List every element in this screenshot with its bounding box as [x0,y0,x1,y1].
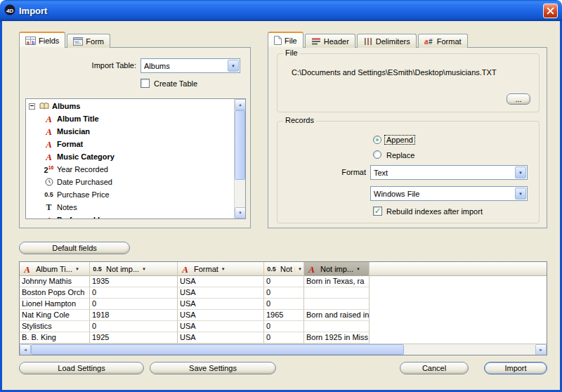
preview-row[interactable]: Boston Pops Orch0USA0 [20,287,370,299]
file-type-select[interactable]: Windows File ▼ [370,186,528,201]
window-title: Import [19,6,47,16]
alpha-field-icon: A [43,216,55,219]
load-settings-button[interactable]: Load Settings [19,362,144,374]
scrollbar-track[interactable] [235,110,245,207]
column-header[interactable]: AFormat▼ [178,262,264,276]
replace-radio[interactable] [373,150,381,159]
real-field-icon: 0.5 [43,192,55,198]
column-menu-icon[interactable]: ▼ [142,267,146,271]
append-radio[interactable] [373,136,381,144]
tree-scrollbar[interactable]: ▲ ▼ [234,99,245,218]
preview-row[interactable]: Nat King Cole1918USA1965Born and raised … [20,310,370,321]
preview-cell: 1918 [90,310,178,321]
integer-field-icon: 216 [43,165,55,174]
format-select[interactable]: Text ▼ [370,165,528,180]
tree-item-label: Format [57,140,83,148]
column-header[interactable]: 0.5Not imp...▼ [264,262,304,276]
preview-cell: Lionel Hampton [20,299,90,310]
dialog-body: ab Fields Form Import Table: Albums ▼ Cr… [0,21,562,392]
tree-item-label: Purchase Price [57,190,110,199]
preview-row[interactable]: Lionel Hampton0USA0 [20,299,370,310]
delimiters-tab-icon [363,37,373,46]
tab-file[interactable]: File [268,32,303,48]
tree-item-purchase-price[interactable]: 0.5Purchase Price [26,188,234,201]
column-menu-icon[interactable]: ▼ [75,267,79,271]
scrollbar-thumb[interactable] [235,110,245,180]
combo-arrow-icon[interactable]: ▼ [515,166,526,178]
tree-item-label: Albums [52,102,80,110]
scroll-left-icon[interactable]: ◄ [20,344,31,355]
file-group: File C:\Documents and Settings\ESmith\De… [277,53,540,112]
combo-arrow-icon[interactable]: ▼ [228,60,239,72]
preview-row[interactable]: Johnny Mathis1935USA0Born in Texas, ra [20,276,370,287]
tree-item-date-purchased[interactable]: Date Purchased [26,176,234,188]
replace-label[interactable]: Replace [386,151,414,159]
browse-button[interactable]: ... [507,93,530,105]
tree-item-year-recorded[interactable]: 216Year Recorded [26,163,234,176]
import-dialog-window: 4D Import ab Fields Form Import Table: A… [0,0,562,392]
titlebar[interactable]: 4D Import [0,0,562,21]
table-icon [38,102,50,110]
import-table-select[interactable]: Albums ▼ [140,58,240,73]
preview-hscrollbar[interactable]: ◄ ► [20,344,547,355]
preview-cell: USA [178,299,264,310]
scroll-down-icon[interactable]: ▼ [235,207,246,218]
format-tab-icon: a# [424,37,434,46]
tab-format[interactable]: a# Format [418,34,468,48]
tree-item-performed-by[interactable]: APerformed by [26,214,234,218]
hscrollbar-track[interactable] [31,344,535,355]
tree-item-format[interactable]: AFormat [26,138,234,150]
append-label[interactable]: Append [385,136,414,144]
rebuild-indexes-checkbox[interactable] [373,207,382,216]
column-header-label: Album Ti... [36,265,72,273]
tree-item-music-category[interactable]: AMusic Category [26,150,234,163]
preview-cell: 0 [264,321,304,332]
column-header[interactable]: 0.5Not imp...▼ [90,262,178,276]
alpha-field-icon: A [43,140,55,149]
tree-item-notes[interactable]: TNotes [26,201,234,214]
preview-cell: USA [178,321,264,332]
tab-fields[interactable]: ab Fields [19,32,65,48]
import-button[interactable]: Import [484,362,547,374]
cancel-button[interactable]: Cancel [400,362,469,374]
tree-item-albums[interactable]: Albums [26,100,234,112]
alpha-field-icon: A [43,152,55,162]
svg-text:b: b [32,39,34,44]
hscrollbar-thumb[interactable] [31,344,404,355]
column-header-label: Format [194,265,218,273]
preview-row[interactable]: B. B. King1925USA0Born 1925 in Miss [20,332,370,344]
column-header[interactable]: AAlbum Ti...▼ [20,262,90,276]
left-tabstrip: ab Fields Form [19,32,110,48]
column-menu-icon[interactable]: ▼ [221,267,226,271]
column-header[interactable]: ANot imp...▼ [304,262,370,276]
tree-item-album-title[interactable]: AAlbum Title [26,112,234,125]
file-type-value: Windows File [371,190,514,198]
column-header-label: Not imp... [106,265,139,273]
rebuild-indexes-label[interactable]: Rebuild indexes after import [386,207,483,216]
save-settings-button[interactable]: Save Settings [150,362,276,374]
format-value: Text [371,169,514,177]
file-path: C:\Documents and Settings\ESmith\Desktop… [292,68,533,77]
tree-item-musician[interactable]: AMusician [26,125,234,138]
tree-item-label: Music Category [57,152,115,161]
scroll-right-icon[interactable]: ► [535,344,547,355]
column-header-label: Not imp... [320,265,353,273]
tab-form[interactable]: Form [67,34,110,48]
tab-format-label: Format [437,37,462,46]
preview-row[interactable]: Stylistics0USA0 [20,321,370,332]
create-table-checkbox[interactable] [140,79,150,88]
close-button[interactable] [543,4,558,18]
column-menu-icon[interactable]: ▼ [298,267,302,271]
column-menu-icon[interactable]: ▼ [356,267,360,271]
tab-delimiters[interactable]: Delimiters [357,34,417,48]
default-fields-button[interactable]: Default fields [19,242,130,254]
file-group-title: File [283,48,300,57]
collapse-expander-icon[interactable] [29,103,35,110]
scroll-up-icon[interactable]: ▲ [235,99,246,110]
tab-header[interactable]: Header [305,34,355,48]
fields-tab-icon: ab [25,37,36,45]
preview-cell: B. B. King [20,332,90,344]
preview-cell: 1965 [264,310,304,321]
combo-arrow-icon[interactable]: ▼ [515,188,526,200]
preview-rows: Johnny Mathis1935USA0Born in Texas, raBo… [20,276,547,344]
